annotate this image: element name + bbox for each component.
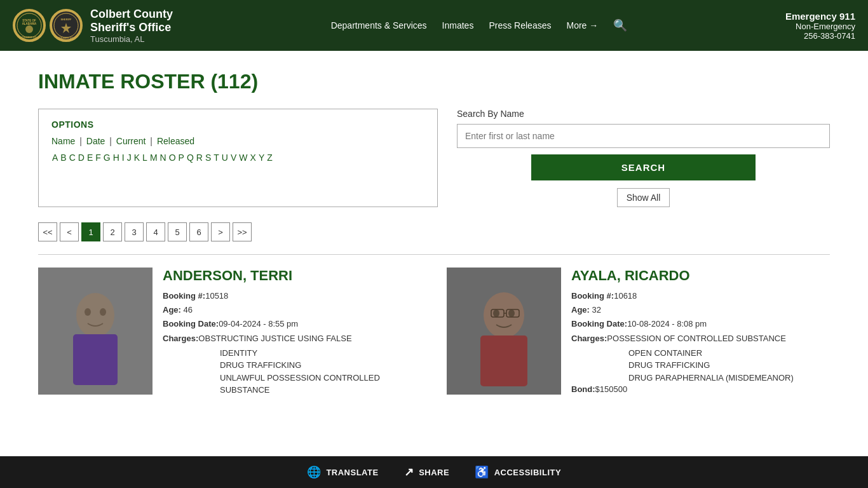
nav-more[interactable]: More → (566, 20, 598, 30)
charge-item: OPEN CONTAINER (571, 347, 794, 360)
charge-item: DRUG TRAFFICKING (163, 359, 380, 372)
svg-text:ALABAMA: ALABAMA (22, 22, 37, 25)
inmate-info-ayala: AYALA, RICARDO Booking #:10618 Age: 32 B… (571, 268, 794, 398)
svg-point-4 (25, 25, 33, 33)
alpha-O[interactable]: O (168, 152, 177, 163)
charge-item: SUBSTANCE (163, 384, 380, 396)
filter-links: Name | Date | Current | Released (51, 136, 424, 146)
alpha-Q[interactable]: Q (186, 152, 194, 163)
header-left: STATE OF ALABAMA COLBERT CO. SHERIFF COL… (13, 8, 173, 44)
county-seal-1: STATE OF ALABAMA COLBERT CO. (13, 9, 46, 42)
booking-number: Booking #:10518 (163, 290, 380, 302)
alpha-Y[interactable]: Y (258, 152, 265, 163)
alpha-B[interactable]: B (60, 152, 67, 163)
alpha-V[interactable]: V (230, 152, 237, 163)
alpha-F[interactable]: F (95, 152, 102, 163)
non-emergency-phone: 256-383-0741 (785, 31, 855, 41)
alpha-M[interactable]: M (149, 152, 158, 163)
filter-date[interactable]: Date (86, 136, 105, 146)
nav-inmates[interactable]: Inmates (442, 20, 474, 30)
divider (38, 254, 830, 255)
alpha-A[interactable]: A (51, 152, 58, 163)
alpha-T[interactable]: T (213, 152, 220, 163)
page-first[interactable]: << (38, 222, 57, 241)
page-prev[interactable]: < (60, 222, 79, 241)
inmate-name: ANDERSON, TERRI (163, 268, 380, 284)
alpha-I[interactable]: I (121, 152, 125, 163)
county-seal-2: SHERIFF COLBERT CO. (50, 9, 83, 42)
logo-badges: STATE OF ALABAMA COLBERT CO. SHERIFF COL… (13, 9, 83, 42)
alpha-L[interactable]: L (142, 152, 148, 163)
svg-rect-14 (73, 334, 118, 385)
booking-date: Booking Date:09-04-2024 - 8:55 pm (163, 318, 380, 330)
alpha-G[interactable]: G (103, 152, 111, 163)
main-nav: Departments & Services Inmates Press Rel… (331, 18, 628, 32)
svg-rect-19 (480, 336, 527, 386)
options-heading: OPTIONS (51, 119, 424, 130)
show-all-button[interactable]: Show All (617, 188, 670, 207)
inmate-photo-anderson (38, 268, 153, 395)
charges-list: OPEN CONTAINER DRUG TRAFFICKING DRUG PAR… (571, 347, 794, 384)
inmate-age: Age: 32 (571, 304, 794, 316)
page-4[interactable]: 4 (146, 222, 165, 241)
charge-item: IDENTITY (163, 347, 380, 360)
filter-name[interactable]: Name (51, 136, 75, 146)
pagination: << < 1 2 3 4 5 6 > >> (38, 222, 830, 241)
alpha-D[interactable]: D (78, 152, 85, 163)
agency-sub: Sheriff's Office (90, 21, 173, 34)
alpha-S[interactable]: S (205, 152, 212, 163)
svg-text:COLBERT CO.: COLBERT CO. (22, 36, 37, 39)
emergency-label: Emergency 911 (785, 11, 855, 22)
search-input[interactable] (457, 124, 830, 148)
bond: Bond:$150500 (571, 384, 794, 395)
search-label: Search By Name (457, 109, 830, 119)
inmate-card: ANDERSON, TERRI Booking #:10518 Age: 46 … (38, 268, 421, 398)
nav-press-releases[interactable]: Press Releases (489, 20, 551, 30)
options-search-row: OPTIONS Name | Date | Current | Released… (38, 109, 830, 207)
alpha-P[interactable]: P (178, 152, 185, 163)
alpha-N[interactable]: N (159, 152, 167, 163)
alpha-U[interactable]: U (221, 152, 229, 163)
main-content: INMATE ROSTER (112) OPTIONS Name | Date … (0, 51, 868, 417)
charges-label: Charges:OBSTRUCTING JUSTICE USING FALSE (163, 333, 380, 344)
booking-number: Booking #:10618 (571, 290, 794, 302)
filter-released[interactable]: Released (157, 136, 194, 146)
alpha-C[interactable]: C (69, 152, 76, 163)
search-icon-button[interactable]: 🔍 (613, 18, 627, 32)
alpha-E[interactable]: E (86, 152, 93, 163)
agency-location: Tuscumbia, AL (90, 34, 173, 44)
alpha-H[interactable]: H (112, 152, 120, 163)
page-1[interactable]: 1 (81, 222, 100, 241)
alpha-J[interactable]: J (126, 152, 132, 163)
svg-point-16 (100, 308, 106, 316)
alpha-R[interactable]: R (196, 152, 203, 163)
page-title: INMATE ROSTER (112) (38, 70, 830, 93)
alpha-Z[interactable]: Z (266, 152, 273, 163)
page-next[interactable]: > (211, 222, 230, 241)
inmate-info-anderson: ANDERSON, TERRI Booking #:10518 Age: 46 … (163, 268, 380, 396)
page-2[interactable]: 2 (103, 222, 122, 241)
page-5[interactable]: 5 (168, 222, 187, 241)
page-6[interactable]: 6 (189, 222, 208, 241)
filter-current[interactable]: Current (116, 136, 146, 146)
svg-text:SHERIFF: SHERIFF (60, 18, 72, 21)
inmate-grid: ANDERSON, TERRI Booking #:10518 Age: 46 … (38, 268, 830, 398)
alpha-links: A B C D E F G H I J K L M N O P Q R S (51, 152, 424, 163)
alpha-K[interactable]: K (133, 152, 140, 163)
page-3[interactable]: 3 (125, 222, 144, 241)
svg-point-20 (493, 309, 499, 317)
svg-point-13 (76, 293, 114, 337)
inmate-photo-ayala (447, 268, 561, 395)
page-last[interactable]: >> (233, 222, 252, 241)
charge-item: DRUG PARAPHERNALIA (MISDEMEANOR) (571, 372, 794, 384)
alpha-W[interactable]: W (238, 152, 248, 163)
non-emergency-label: Non-Emergency (785, 22, 855, 31)
nav-departments[interactable]: Departments & Services (331, 20, 427, 30)
alpha-X[interactable]: X (250, 152, 257, 163)
header-title: Colbert County Sheriff's Office Tuscumbi… (90, 8, 173, 44)
charge-item: UNLAWFUL POSSESSION CONTROLLED (163, 372, 380, 384)
search-button[interactable]: SEARCH (531, 154, 755, 180)
charges-list: IDENTITY DRUG TRAFFICKING UNLAWFUL POSSE… (163, 347, 380, 396)
svg-point-15 (85, 308, 91, 316)
options-box: OPTIONS Name | Date | Current | Released… (38, 109, 438, 207)
